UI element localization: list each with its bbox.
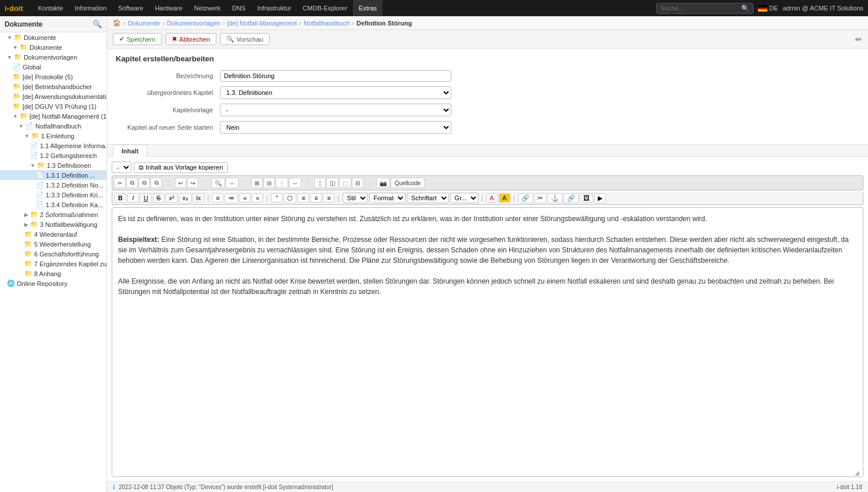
nav-dns[interactable]: DNS (226, 0, 251, 16)
rte-content[interactable]: Es ist zu definieren, was in der Institu… (112, 207, 863, 477)
sidebar-item-notfallhandbuch[interactable]: ▼ 📄 Notfallhandbuch (0, 121, 106, 131)
nav-netzwerk[interactable]: Netzwerk (188, 0, 226, 16)
rte-cut-btn[interactable]: ✂ (114, 178, 126, 188)
sidebar-item-notfallbewaltigung[interactable]: ▶ 📁 3 Notfallbewältigung (0, 219, 106, 229)
rte-special-btn[interactable]: ⬚ (339, 178, 351, 188)
rte-blockquote2-btn[interactable]: " (271, 193, 282, 203)
rte-anchor-btn[interactable]: ⚓ (547, 193, 562, 203)
sidebar-item-einleitung[interactable]: ▼ 📁 1 Einleitung (0, 131, 106, 141)
bezeichnung-input[interactable] (220, 70, 451, 82)
sidebar-item-protokolle[interactable]: 📁 [de] Protokolle (5) (0, 72, 106, 82)
sidebar-item-definitionen[interactable]: ▼ 📁 1.3 Definitionen (0, 160, 106, 170)
rte-link-btn[interactable]: 🔗 (518, 193, 533, 203)
rte-italic-btn[interactable]: I (127, 193, 139, 203)
rte-undo-btn[interactable]: ↩ (175, 178, 186, 188)
rte-copy-btn[interactable]: ⧉ (126, 178, 138, 188)
rte-unlink-btn[interactable]: ✂ (534, 193, 546, 203)
sidebar-item-dokumente-sub[interactable]: ▼ 📁 Dokumente (0, 42, 106, 52)
rte-size-select[interactable]: Gr... (450, 193, 479, 203)
sidebar-item-wiederherstellung[interactable]: 📁 5 Wiederherstellung (0, 239, 106, 249)
breadcrumb-notfallhandbuch[interactable]: Notfallhandbuch (304, 20, 350, 27)
rte-table-btn[interactable]: ⊞ (251, 178, 263, 188)
rte-bold-btn[interactable]: B (115, 193, 126, 203)
sidebar-item-global[interactable]: 📄 Global (0, 62, 106, 72)
rte-merge-btn[interactable]: ↔ (289, 178, 301, 188)
sidebar-item-sofortmassnahmen[interactable]: ▶ 📁 2 Sofortmaßnahmen (0, 210, 106, 219)
rte-super-btn[interactable]: x² (165, 193, 178, 203)
cancel-button[interactable]: ✖ Abbrechen (165, 33, 216, 45)
rte-link2-btn[interactable]: 🔗 (564, 193, 579, 203)
rte-underline-btn[interactable]: U (140, 193, 152, 203)
rte-img2-btn[interactable]: 🖼 (580, 193, 593, 203)
nav-software[interactable]: Software (112, 0, 149, 16)
edit-icon[interactable]: ✏ (855, 35, 862, 44)
nav-kontakte[interactable]: Kontakte (32, 0, 69, 16)
sidebar-item-allgemeine-info[interactable]: 📄 1.1 Allgemeine Informa... (0, 141, 106, 150)
rte-paste-btn[interactable]: ⧉ (138, 178, 150, 188)
template-select[interactable]: - (112, 161, 131, 173)
breadcrumb-dokumente[interactable]: Dokumente (128, 20, 160, 27)
nav-extras[interactable]: Extras (353, 0, 382, 16)
nav-hardware[interactable]: Hardware (149, 0, 189, 16)
copy-from-template-button[interactable]: ⧉ Inhalt aus Vorlage kopieren (134, 162, 228, 173)
rte-source-btn[interactable]: Quellcode (391, 178, 425, 188)
rte-align-right-btn[interactable]: ≡ (310, 193, 322, 203)
sidebar-item-def-kri[interactable]: 📄 1.3.3 Definition Kri... (0, 190, 106, 200)
rte-format-select[interactable]: Format (369, 193, 406, 203)
sidebar-item-dguv[interactable]: 📁 [de] DGUV V3 Prüfung (1) (0, 101, 106, 111)
preview-button[interactable]: 🔍 Vorschau (220, 33, 270, 45)
resize-handle[interactable]: ◢ (855, 468, 862, 475)
rte-sub-btn[interactable]: x₂ (179, 193, 192, 203)
sidebar-item-geltungsbereich[interactable]: 📄 1.2 Geltungsbereich (0, 150, 106, 160)
rte-bg-color-btn[interactable]: A (499, 193, 510, 203)
sidebar-item-anhang[interactable]: 📁 8 Anhang (0, 269, 106, 278)
rte-strike-btn[interactable]: S (153, 193, 164, 203)
sidebar-item-def-storung[interactable]: 📄 1.3.1 Definition ... (0, 170, 106, 180)
rte-indent-btn[interactable]: » (239, 193, 251, 203)
sidebar-item-online-repo[interactable]: 🌐 Online Repository (0, 278, 106, 288)
tab-inhalt[interactable]: Inhalt (113, 145, 147, 157)
rte-paste-text-btn[interactable]: ⧉ (150, 178, 162, 188)
sidebar-search-icon[interactable]: 🔍 (93, 20, 102, 28)
sidebar-item-betriebshandbucher[interactable]: 📁 [de] Betriebshandbücher (0, 82, 106, 91)
nav-cmdb-explorer[interactable]: CMDB-Explorer (297, 0, 353, 16)
rte-table-row-btn[interactable]: ⊟ (263, 178, 275, 188)
sidebar-item-notfall-mgmt[interactable]: ▼ 📁 [de] Notfall-Management (1) (0, 111, 106, 121)
rte-font-color-btn[interactable]: A (486, 193, 498, 203)
language-selector[interactable]: DE (758, 5, 778, 12)
rte-find-btn[interactable]: 🔍 (211, 178, 225, 188)
sidebar-item-dokumentvorlagen[interactable]: ▼ 📁 Dokumentvorlagen (0, 52, 106, 62)
rte-justify-btn[interactable]: ≡ (323, 193, 334, 203)
rte-replace-btn[interactable]: ↔ (226, 178, 238, 188)
rte-hr-btn[interactable]: ⌶ (314, 178, 326, 188)
sidebar-item-anwendungsdok[interactable]: 📁 [de] Anwendungsdokumentation (3) (0, 91, 106, 101)
search-input[interactable] (660, 5, 741, 12)
breadcrumb-notfall-mgmt[interactable]: [de] Notfall-Management (227, 20, 297, 27)
rte-style-select[interactable]: Stil (343, 193, 368, 203)
search-button[interactable]: 🔍 (741, 5, 749, 12)
breadcrumb-dokumentvorlagen[interactable]: Dokumentvorlagen (167, 20, 220, 27)
rte-media-btn[interactable]: ▶ (594, 193, 606, 203)
sidebar-item-wiederanlauf[interactable]: 📁 4 Wiederanlauf (0, 229, 106, 239)
rte-font-select[interactable]: Schriftart (407, 193, 449, 203)
rte-list-ul-btn[interactable]: ≡ (212, 193, 223, 203)
rte-align-center-btn[interactable]: ≡ (297, 193, 309, 203)
home-icon[interactable]: 🏠 (113, 19, 121, 27)
rte-source2-btn[interactable]: Ix (193, 193, 205, 203)
sidebar-item-geschaftsfuhrung[interactable]: 📁 6 Geschäftsfortführung (0, 249, 106, 259)
nav-information[interactable]: Information (69, 0, 112, 16)
rte-iframe-btn[interactable]: ⊟ (352, 178, 363, 188)
rte-outdent-btn[interactable]: « (252, 193, 263, 203)
uebergeordnet-select[interactable]: 1.3. Definitionen 1 Einleitung (220, 86, 451, 99)
rte-align-left-btn[interactable]: ⬡ (284, 193, 296, 203)
rte-table-col-btn[interactable]: ⋮ (275, 178, 288, 188)
rte-blockquote-btn[interactable]: ◫ (326, 178, 339, 188)
neue-seite-select[interactable]: Nein Ja (220, 121, 451, 134)
nav-infrastruktur[interactable]: Infrastruktur (251, 0, 297, 16)
kapitelvorlage-select[interactable]: - Vorlage 1 (220, 104, 451, 116)
rte-list-ol-btn[interactable]: ≔ (225, 193, 238, 203)
sidebar-item-def-notfall[interactable]: 📄 1.3.2 Definition No... (0, 180, 106, 190)
save-button[interactable]: ✔ Speichern (113, 33, 162, 45)
sidebar-item-dokumente[interactable]: ▼ 📁 Dokumente (0, 32, 106, 42)
rte-image-btn[interactable]: 📷 (376, 178, 390, 188)
